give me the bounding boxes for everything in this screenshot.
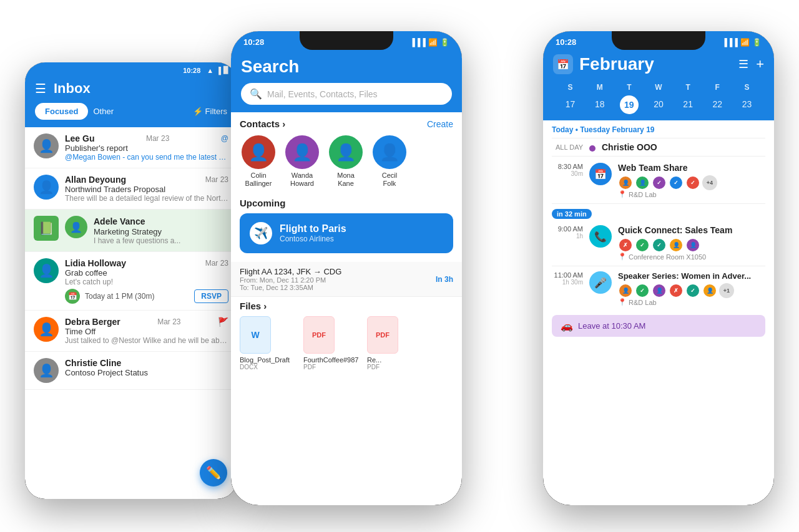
contact-cecil[interactable]: 👤 CecilFolk <box>371 135 408 188</box>
cal-date-21[interactable]: 21 <box>674 95 703 114</box>
attendee-sp-5: ✓ <box>685 283 700 298</box>
file-type-blog: DOCX <box>240 364 296 370</box>
file-type-coffee: PDF <box>303 364 360 370</box>
event-quick-connect[interactable]: 9:00 AM 1h 📞 Quick Connect: Sales Team ✗… <box>543 221 774 264</box>
flight-detail-left: Flight AA 1234, JFK → CDG From: Mon, Dec… <box>240 267 341 291</box>
day-m: M <box>585 80 614 94</box>
cal-date-19-wrapper[interactable]: 19 <box>614 95 644 114</box>
files-row: W Blog_Post_Draft DOCX PDF FourthCoffee#… <box>240 316 453 370</box>
rsvp-row: 📅 Today at 1 PM (30m) RSVP <box>65 289 228 304</box>
flight-detail-row[interactable]: Flight AA 1234, JFK → CDG From: Mon, Dec… <box>231 262 462 297</box>
flight-icon: ✈️ <box>250 222 272 244</box>
inbox-header: ☰ Inbox Focused Other ⚡ Filters <box>25 75 237 127</box>
email-item-allan[interactable]: 👤 Allan Deyoung Mar 23 Northwind Traders… <box>25 168 237 210</box>
location-icon: 📍 <box>618 190 627 198</box>
email-sender: Lidia Holloway <box>65 258 126 268</box>
cal-date-19[interactable]: 19 <box>620 95 639 114</box>
wifi-icon-right: 📶 <box>740 38 750 47</box>
status-time-left: 10:28 <box>183 67 200 74</box>
email-item-lidia[interactable]: 👤 Lidia Holloway Mar 23 Grab coffee Let'… <box>25 252 237 311</box>
email-subject: Northwind Traders Proposal <box>65 185 228 194</box>
file-name-blog: Blog_Post_Draft <box>240 356 296 364</box>
flight-card[interactable]: ✈️ Flight to Paris Contoso Airlines <box>240 213 453 253</box>
files-section: Files › W Blog_Post_Draft DOCX PDF Fourt… <box>231 297 462 370</box>
tab-focused[interactable]: Focused <box>35 103 88 120</box>
flight-time-label: In 3h <box>436 275 453 284</box>
day-f: F <box>703 80 732 94</box>
file-type-re: PDF <box>367 364 423 370</box>
contact-colin[interactable]: 👤 ColinBallinger <box>240 135 277 188</box>
attendee-sp-1: 👤 <box>618 283 633 298</box>
event-speaker-series[interactable]: 11:00 AM 1h 30m 🎤 Speaker Series: Women … <box>543 268 774 310</box>
cal-date-17[interactable]: 17 <box>556 95 585 114</box>
contact-wanda[interactable]: 👤 WandaHoward <box>283 135 321 188</box>
leave-card[interactable]: 🚗 Leave at 10:30 AM <box>552 315 765 337</box>
signal-icon-left: ▐ <box>216 67 221 74</box>
email-subject: Publisher's report <box>65 143 228 153</box>
event-content-web-team: Web Team Share 👤 👤 ✓ ✓ ✓ +4 📍 R&D Lab <box>618 163 765 198</box>
email-item-lee-gu[interactable]: 👤 Lee Gu Mar 23 @ Publisher's report @Me… <box>25 127 237 168</box>
cal-date-22[interactable]: 22 <box>703 95 732 114</box>
list-view-icon[interactable]: ☰ <box>738 57 748 71</box>
event-title-quick-connect: Quick Connect: Sales Team <box>618 225 765 235</box>
email-item-debra[interactable]: 👤 Debra Berger Mar 23 🚩 Time Off Just ta… <box>25 311 237 352</box>
search-bar[interactable]: 🔍 Mail, Events, Contacts, Files <box>241 83 452 105</box>
create-action[interactable]: Create <box>427 119 453 129</box>
attendee-sp-2: ✓ <box>635 283 650 298</box>
cal-days-header: S M T W T F S <box>553 80 764 94</box>
avatar-christie: 👤 <box>34 358 59 383</box>
event-location-quick-connect: 📍 Conference Room X1050 <box>618 253 765 261</box>
cal-month-row: 📅 February <box>553 54 654 74</box>
calendar-icon[interactable]: 📅 <box>553 54 573 74</box>
file-item-coffee[interactable]: PDF FourthCoffee#987 PDF <box>303 316 360 370</box>
email-date: Mar 23 <box>157 317 180 326</box>
flight-to: To: Tue, Dec 12 3:35AM <box>240 284 341 291</box>
email-item-christie[interactable]: 👤 Christie Cline Contoso Project Status <box>25 352 237 390</box>
cal-date-23[interactable]: 23 <box>732 95 762 114</box>
contact-name-mona: MonaKane <box>337 172 355 188</box>
filters-button[interactable]: ⚡ Filters <box>193 107 227 116</box>
cal-date-18[interactable]: 18 <box>585 95 614 114</box>
contact-mona[interactable]: 👤 MonaKane <box>327 135 365 188</box>
event-time-900: 9:00 AM 1h <box>552 225 583 239</box>
notch-middle <box>300 31 393 50</box>
attendee-qc-2: ✓ <box>635 238 650 253</box>
today-label: Today • Tuesday February 19 <box>543 120 774 137</box>
compose-button[interactable]: ✏️ <box>200 459 227 486</box>
email-sender: Allan Deyoung <box>65 175 126 185</box>
attendee-row-web-team: 👤 👤 ✓ ✓ ✓ +4 <box>618 175 765 190</box>
email-content-lee-gu: Lee Gu Mar 23 @ Publisher's report @Mega… <box>65 133 228 162</box>
rsvp-button[interactable]: RSVP <box>194 289 228 303</box>
file-item-blog[interactable]: W Blog_Post_Draft DOCX <box>240 316 296 370</box>
event-icon-speaker: 🎤 <box>589 271 612 294</box>
file-icon-pdf2: PDF <box>367 316 398 354</box>
day-t1: T <box>614 80 644 94</box>
car-icon: 🚗 <box>561 320 573 332</box>
tab-other[interactable]: Other <box>93 107 114 116</box>
flag-icon: 🚩 <box>218 317 228 327</box>
avatar-debra: 👤 <box>34 317 59 342</box>
avatar-lee-gu: 👤 <box>34 133 59 158</box>
email-date: Mar 23 <box>205 259 228 268</box>
file-name-re: Re... <box>367 356 423 364</box>
contacts-section-header: Contacts › Create <box>231 112 462 133</box>
event-web-team[interactable]: 8:30 AM 30m 📅 Web Team Share 👤 👤 ✓ ✓ <box>543 158 774 202</box>
hamburger-icon[interactable]: ☰ <box>35 81 46 96</box>
book-icon-adele: 📗 <box>34 216 59 241</box>
status-time-middle: 10:28 <box>243 37 264 47</box>
email-list: 👤 Lee Gu Mar 23 @ Publisher's report @Me… <box>25 127 237 390</box>
calendar-month: February <box>579 54 654 74</box>
flight-subtitle: Contoso Airlines <box>280 235 346 243</box>
cal-date-20[interactable]: 20 <box>644 95 673 114</box>
upcoming-title: Upcoming <box>240 198 453 208</box>
phone-inbox: 10:28 ▲ ▐ ▉ ☰ Inbox Focused Other ⚡ Filt… <box>25 62 237 499</box>
attendee-row-quick-connect: ✗ ✓ ✓ 👤 👤 <box>618 238 765 253</box>
contact-avatar-mona: 👤 <box>329 135 363 169</box>
flight-info: Flight to Paris Contoso Airlines <box>280 223 346 243</box>
calendar-badge: 📅 <box>65 289 80 304</box>
email-preview: I have a few questions a... <box>94 236 228 245</box>
add-event-icon[interactable]: + <box>756 56 764 72</box>
email-item-adele[interactable]: 📗 👤 Adele Vance Marketing Strategy I hav… <box>25 210 237 252</box>
file-item-re[interactable]: PDF Re... PDF <box>367 316 423 370</box>
event-allday-christie[interactable]: ALL DAY Christie OOO <box>543 140 774 155</box>
